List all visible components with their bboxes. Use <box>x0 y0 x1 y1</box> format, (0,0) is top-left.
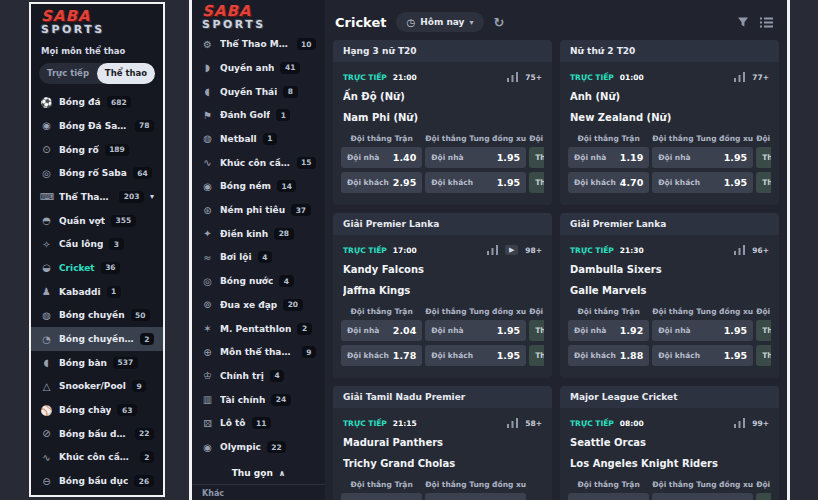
sport-label: Thể Thao Điện Tử <box>59 192 113 202</box>
odds-value: 1.95 <box>724 177 747 188</box>
odds-button[interactable]: Thắng 2.95 <box>529 172 544 193</box>
sidebar-item-athletics[interactable]: ✦ Điền kinh 28 <box>192 222 325 246</box>
sidebar-item-rugby[interactable]: ⊖ Bóng bầu dục 26 <box>31 469 163 493</box>
odds-button[interactable]: Đội khách 1.95 <box>652 345 753 366</box>
view-tab[interactable]: Thể thao <box>97 63 155 84</box>
sport-count-badge: 14 <box>277 180 296 192</box>
sidebar-item-pentathlon[interactable]: ✶ M. Pentathlon 2 <box>192 317 325 341</box>
match-card[interactable]: Nữ thứ 2 T20 TRỰC TIẾP 01:00 <box>560 40 779 205</box>
odds-button[interactable]: Đội nhà 2.04 <box>341 320 422 341</box>
sidebar-item-darts[interactable]: ⊛ Ném phi tiêu 37 <box>192 198 325 222</box>
odds-value: 1.95 <box>724 350 747 361</box>
odds-button[interactable]: Đội nhà 1.95 <box>425 493 526 500</box>
sidebar-item-finance[interactable]: ▥ Tài chính 24 <box>192 388 325 412</box>
sidebar-item-esports[interactable]: ⌨ Thể Thao Điện Tử 203 ▾ <box>31 185 163 209</box>
odds-label: Đội khách <box>347 351 389 360</box>
match-card[interactable]: Giải Premier Lanka TRỰC TIẾP 21:30 <box>560 213 779 378</box>
sidebar-item-badminton[interactable]: ✧ Cầu lông 3 <box>31 232 163 256</box>
sport-label: Đánh Golf <box>220 110 270 120</box>
saba-logo[interactable]: SABA SPORTS <box>31 4 163 37</box>
odds-button[interactable]: Đội nhà 1.95 <box>652 320 753 341</box>
filter-icon[interactable] <box>737 16 749 28</box>
team-names: Anh (Nữ) New Zealand (Nữ) <box>560 84 779 128</box>
odds-button[interactable]: Đội khách 2.95 <box>341 172 422 193</box>
saba-logo[interactable]: SABA SPORTS <box>192 0 325 30</box>
sidebar-item-handball[interactable]: ◉ Bóng ném 14 <box>192 175 325 199</box>
sidebar-item-other-sports[interactable]: ⊕ Môn thể thao khác 9 <box>192 340 325 364</box>
list-view-icon[interactable] <box>760 17 773 28</box>
collapse-button[interactable]: Thu gọn ∧ <box>192 461 325 484</box>
odds-button[interactable]: Thắng 1.19 <box>756 147 771 168</box>
odds-button[interactable]: Thắng 1.40 <box>529 147 544 168</box>
odds-button[interactable]: Đội khách 1.95 <box>425 345 526 366</box>
odds-button[interactable]: Đội khách 1.95 <box>652 172 753 193</box>
main-app-panel: SABA SPORTS ⚙ Thể Thao Môtô 10 ◗ Quyền a… <box>189 0 790 500</box>
match-card[interactable]: Major League Cricket TRỰC TIẾP 08:00 <box>560 386 779 500</box>
odds-value: 1.95 <box>724 152 747 163</box>
page-title: Cricket <box>335 15 386 30</box>
odds-button[interactable]: Đội khách 1.78 <box>341 345 422 366</box>
sidebar-item-water-polo[interactable]: ◎ Bóng nước 4 <box>192 269 325 293</box>
sidebar-item-olympic[interactable]: ◉ Olympic 22 <box>192 435 325 459</box>
odds-button[interactable]: Đội nhà 1.40 <box>341 147 422 168</box>
sidebar-item-field-hockey[interactable]: ∿ Khúc côn cầu trên cỏ 15 <box>192 151 325 175</box>
odds-button[interactable]: Thắng 1.78 <box>529 345 544 366</box>
sidebar-item-motorsport[interactable]: ⚙ Thể Thao Môtô 10 <box>192 32 325 56</box>
sidebar-item-american-football[interactable]: ⊘ Bóng bầu dục Mỹ 22 <box>31 422 163 446</box>
odds-button[interactable]: Thắng 2.04 <box>529 320 544 341</box>
market-column: Đội thắng Trận Đội nhà 1.92 <box>568 306 649 370</box>
sidebar-item-swimming[interactable]: ≈ Bơi lội 4 <box>192 246 325 270</box>
american-football-icon: ⊘ <box>40 428 53 439</box>
sidebar-item-lotto[interactable]: ⚄ Lô tô 11 <box>192 412 325 436</box>
odds-button[interactable]: Đội nhà 1.95 <box>652 147 753 168</box>
sport-label: Bơi lội <box>220 252 252 262</box>
odds-label: Đội khách <box>347 178 389 187</box>
odds-label: Đội khách <box>431 178 473 187</box>
sidebar-item-table-tennis[interactable]: ◖ Bóng bàn 537 <box>31 351 163 375</box>
odds-button[interactable]: Đội khách 1.88 <box>568 345 649 366</box>
odds-button[interactable]: Thắng 1.88 <box>756 345 771 366</box>
sidebar-item-football[interactable]: ⚽ Bóng đá 682 <box>31 90 163 114</box>
sidebar-item-kabaddi[interactable]: ♟ Kabaddi 1 <box>31 280 163 304</box>
match-card[interactable]: Giải Tamil Nadu Premier TRỰC TIẾP 21:15 <box>333 386 552 500</box>
match-card[interactable]: Hạng 3 nữ T20 TRỰC TIẾP 21:00 <box>333 40 552 205</box>
sidebar-item-snooker[interactable]: △ Snooker/Pool 9 <box>31 375 163 399</box>
sidebar-item-beach-volleyball[interactable]: ◔ Bóng chuyền bãi biển 2 <box>31 327 163 351</box>
sidebar-item-saba-football[interactable]: ◉ Bóng Đá Saba 78 <box>31 114 163 138</box>
sidebar-item-politics[interactable]: ♔ Chính trị 4 <box>192 364 325 388</box>
sport-count-badge: 2 <box>140 451 154 463</box>
sidebar-item-golf[interactable]: ⚑ Đánh Golf 1 <box>192 103 325 127</box>
odds-button[interactable]: Thắng 1.90 <box>756 493 771 500</box>
sidebar-item-volleyball[interactable]: ◍ Bóng chuyền 50 <box>31 303 163 327</box>
odds-button[interactable]: Đội nhà 1.95 <box>425 147 526 168</box>
match-card[interactable]: Giải Premier Lanka TRỰC TIẾP 17:00 <box>333 213 552 378</box>
odds-button[interactable]: Đội nhà 1.60 <box>341 493 422 500</box>
market-column: Đội thắng Trận Thắng 2.04 <box>529 306 544 370</box>
sidebar-item-netball[interactable]: ◍ Netball 1 <box>192 127 325 151</box>
sidebar-item-muay-thai[interactable]: ◖ Quyền Thái 8 <box>192 80 325 104</box>
sidebar-item-basketball[interactable]: ⊙ Bóng rổ 189 <box>31 138 163 162</box>
sidebar-item-saba-basketball[interactable]: ◎ Bóng rổ Saba 64 <box>31 161 163 185</box>
odds-button[interactable]: Đội nhà 1.92 <box>568 320 649 341</box>
sidebar-item-baseball[interactable]: ⚾ Bóng chày 63 <box>31 398 163 422</box>
odds-button[interactable]: Đội nhà 1.19 <box>568 147 649 168</box>
football-icon: ⚽ <box>40 97 53 108</box>
odds-button[interactable]: Thắng 1.92 <box>756 320 771 341</box>
match-column-left: Hạng 3 nữ T20 TRỰC TIẾP 21:00 <box>333 40 552 500</box>
odds-label: Đội khách <box>574 178 616 187</box>
odds-button[interactable]: Đội nhà 1.95 <box>425 320 526 341</box>
odds-button[interactable]: Thắng 4.70 <box>756 172 771 193</box>
sidebar-item-floorball[interactable]: ∿ Khúc côn cầu trên... 2 <box>31 446 163 470</box>
odds-button[interactable]: Đội khách 1.95 <box>425 172 526 193</box>
refresh-icon[interactable]: ↻ <box>494 16 505 29</box>
odds-button[interactable]: Đội khách 4.70 <box>568 172 649 193</box>
sidebar-item-boxing[interactable]: ◗ Quyền anh 41 <box>192 56 325 80</box>
view-tab[interactable]: Trực tiếp <box>39 63 97 84</box>
market-header: Đội thắng Trận <box>341 480 422 489</box>
sidebar-item-cycling[interactable]: ⊚ Đua xe đạp 20 <box>192 293 325 317</box>
sidebar-item-tennis[interactable]: ◓ Quần vợt 355 <box>31 209 163 233</box>
odds-button[interactable]: Đội nhà 1.90 <box>568 493 649 500</box>
date-filter-dropdown[interactable]: ◷ Hôm nay ▾ <box>396 12 483 32</box>
sidebar-item-cricket[interactable]: ◒ Cricket 36 <box>31 256 163 280</box>
odds-button[interactable]: Đội nhà 1.95 <box>652 493 753 500</box>
